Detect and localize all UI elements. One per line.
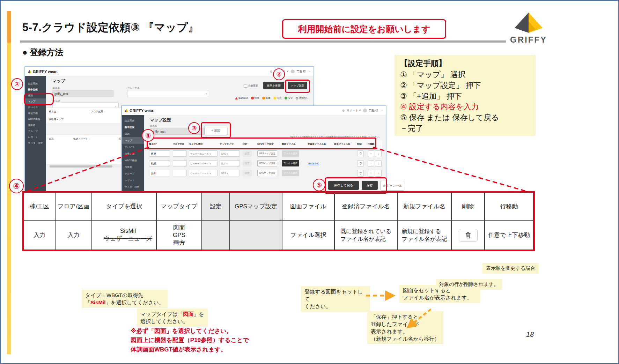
window2-main: マップ設定 拠点名 griffy_test + 追加 ※1ファイルの解像度はファ…: [144, 115, 386, 193]
window1-topbar: GRIFFY wear. ◎ サポート ∨ 門脇 様 →: [25, 67, 314, 76]
grid-row-sapporo: 札幌 ウェザーニュース ∨ 両方 ∨ 設定 GPSマップ設定 ファイル選択 18…: [148, 159, 380, 168]
sidebar-item-device[interactable]: デバイス: [25, 104, 46, 110]
grid-row-tokyo: 東京 ウェザーニュース ∨ GPS ∨ 設定 GPSマップ設定 ファイル選択 ↑…: [148, 149, 380, 158]
auto-refresh-checkbox[interactable]: 自動更新: [244, 84, 258, 88]
notice-text: 利用開始前に設定をお願いします: [298, 23, 430, 35]
cancel-button[interactable]: ↺ キャンセル: [381, 181, 404, 191]
gps-map-setting-button[interactable]: GPSマップ設定: [257, 160, 277, 166]
sidebar-item-map[interactable]: マップ: [25, 98, 46, 104]
callout-3: ③: [188, 122, 200, 134]
sidebar-item-report[interactable]: レポート: [122, 177, 144, 184]
move-down-button[interactable]: ↓: [375, 150, 382, 157]
sidebar-item-group[interactable]: グループ: [122, 170, 144, 177]
griffy-logo: GRIFFY: [508, 13, 550, 45]
delete-button[interactable]: [459, 229, 478, 242]
building-input[interactable]: 札幌: [149, 160, 170, 166]
sidebar-item-condition[interactable]: 体調: [122, 131, 144, 137]
setup-steps-panel: 【設定手順】 ① 「マップ」 選択 ② 「マップ設定」 押下 ③ 「+追加」 押…: [395, 55, 536, 136]
steps-heading: 【設定手順】: [400, 58, 530, 69]
gps-map-setting-button[interactable]: GPSマップ設定: [257, 150, 277, 157]
file-select-button: ファイル選択: [282, 170, 299, 176]
maptype-select[interactable]: GPS ∨: [220, 150, 240, 157]
logout-icon[interactable]: →: [308, 70, 311, 73]
building-input[interactable]: 品川: [149, 170, 170, 176]
col-condition-alert[interactable]: 体調アラート↕: [71, 137, 116, 141]
callout-2: ②: [273, 68, 285, 80]
delete-row-button[interactable]: [357, 160, 364, 167]
status-legend: 体調確認 危険 厳重 注意 安全 計測なし: [235, 96, 309, 100]
sidebar-item-group[interactable]: グループ: [25, 128, 46, 134]
file-select-button[interactable]: ファイル選択: [282, 160, 299, 166]
window2-topbar-right: ◎ サポート ∨ 門脇 様 →: [342, 109, 383, 112]
page-title: 5-7.クラウド設定依頼③ 『マップ』: [22, 20, 199, 35]
page-number: 18: [526, 330, 534, 339]
logout-icon[interactable]: →: [380, 109, 383, 112]
sidebar-item-env-sensor[interactable]: 環境子機: [25, 110, 46, 116]
app-logo-icon: [125, 109, 128, 112]
app-logo: GRIFFY wear.: [28, 69, 58, 74]
gh-type: タイプを選択: [188, 143, 219, 146]
map-row-name: 実験用マップ: [46, 118, 88, 121]
sidebar-item-settings[interactable]: 設定画面: [122, 117, 144, 124]
gh-set: 設定: [242, 143, 257, 146]
type-select[interactable]: ウェザーニュース ∨: [189, 160, 218, 166]
gps-map-setting-button[interactable]: GPSマップ設定: [257, 170, 277, 176]
avatar[interactable]: [291, 69, 295, 73]
avatar[interactable]: [363, 109, 367, 112]
sidebar-item-map[interactable]: マップ: [122, 137, 144, 144]
type-select[interactable]: ウェザーニュース ∨: [189, 170, 218, 176]
floor-input[interactable]: [173, 160, 187, 166]
trash-icon: [359, 172, 362, 175]
sidebar-item-worker[interactable]: 作業者: [25, 122, 46, 128]
group-select[interactable]: ∨: [127, 90, 209, 97]
danger-dot-icon: [251, 97, 254, 99]
maptype-select[interactable]: 両方 ∨: [220, 160, 240, 166]
hdr-set: 設定: [202, 192, 230, 220]
sidebar-item-master[interactable]: マスター設定: [25, 140, 46, 146]
add-button[interactable]: + 追加: [204, 126, 227, 135]
scrollbar-thumb[interactable]: [50, 165, 112, 168]
cell-delete: [451, 220, 485, 250]
callout-4: ④: [142, 129, 154, 142]
registered-file-link[interactable]: 180093.00: [308, 162, 319, 165]
note-type-sismil: タイプ＝WBGTの取得先 「SisMil」を選択してください。: [82, 290, 168, 308]
sidebar-item-condition[interactable]: 体調: [25, 92, 46, 98]
refresh-view-button[interactable]: 表示を更新: [263, 82, 284, 89]
support-menu[interactable]: サポート ∨: [347, 109, 361, 112]
site-input[interactable]: griffy_test: [52, 90, 113, 97]
required-mark: *: [156, 143, 157, 145]
sidebar-item-wbgt[interactable]: WBGT機器: [122, 157, 144, 164]
sidebar-item-env-sensor[interactable]: 環境子機: [122, 150, 144, 157]
building-input[interactable]: 東京: [149, 150, 170, 157]
cell-maptype: 図面 GPS 両方: [156, 220, 202, 250]
move-up-button[interactable]: ↑: [368, 160, 374, 167]
floor-input[interactable]: [173, 150, 187, 157]
sidebar-item-settings[interactable]: 設定画面: [25, 81, 46, 87]
section-heading: ● 登録方法: [22, 47, 63, 58]
note-delete-row: 対象の行が削除されます。: [436, 279, 502, 290]
type-select[interactable]: ウェザーニュース ∨: [189, 150, 218, 157]
delete-row-button[interactable]: [357, 150, 364, 157]
support-icon: ◎: [342, 109, 345, 112]
move-up-button[interactable]: ↑: [368, 170, 374, 177]
move-up-button[interactable]: ↑: [368, 150, 374, 157]
sidebar-item-wbgt[interactable]: WBGT機器: [25, 116, 46, 122]
cell-gps: [230, 220, 282, 250]
sidebar-item-worker[interactable]: 作業者: [122, 164, 144, 170]
sidebar-item-report[interactable]: レポート: [25, 134, 46, 140]
save-button[interactable]: 保存: [362, 181, 378, 190]
save-and-back-button[interactable]: 保存して戻る: [328, 181, 359, 190]
hdr-move: 行移動: [485, 192, 533, 220]
move-down-button[interactable]: ↓: [375, 170, 382, 177]
step-1: ① 「マップ」 選択: [400, 69, 530, 80]
sidebar-item-master[interactable]: マスター設定: [122, 184, 144, 190]
sidebar-item-device[interactable]: デバイス: [122, 144, 144, 150]
col-building[interactable]: 棟工区↕: [46, 110, 88, 113]
description-table-body: 入力 入力 SisMil ウェザーニューズ 図面 GPS 両方 ファイル選択 既…: [24, 220, 533, 250]
move-down-button[interactable]: ↓: [375, 160, 382, 167]
maptype-select[interactable]: GPS ∨: [220, 170, 240, 176]
delete-row-button[interactable]: [357, 170, 364, 177]
map-setting-button[interactable]: マップ設定: [288, 82, 307, 89]
floor-input[interactable]: [173, 170, 187, 176]
gh-delete: 削除: [356, 143, 367, 146]
